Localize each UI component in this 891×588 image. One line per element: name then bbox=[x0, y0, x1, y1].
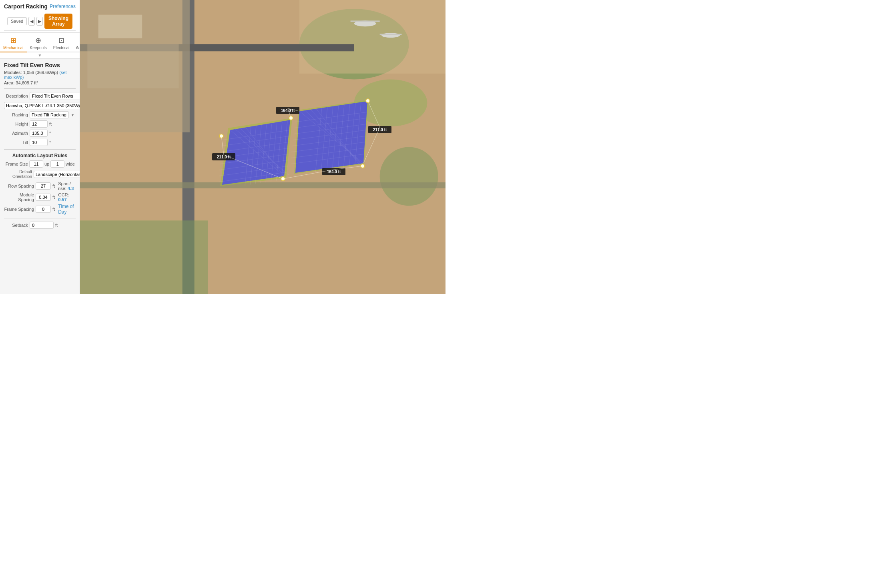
svg-rect-11 bbox=[80, 220, 208, 294]
span-rise-calc: Span / rise: 4.3 bbox=[58, 181, 76, 191]
tab-advanced[interactable]: ⊕ Advanced bbox=[72, 34, 80, 52]
tab-keepouts-label: Keepouts bbox=[30, 46, 47, 50]
sidebar: Carport Racking Preferences Saved ◀ ▶ Sh… bbox=[0, 0, 80, 294]
svg-rect-10 bbox=[80, 182, 446, 188]
auto-layout-title: Automatic Layout Rules bbox=[4, 153, 76, 158]
setback-row: Setback ft bbox=[4, 222, 76, 229]
tilt-unit: ° bbox=[49, 140, 51, 145]
module-spacing-label: Module Spacing bbox=[4, 192, 34, 202]
tilt-input[interactable] bbox=[30, 139, 48, 146]
gcr-calc: GCR: 0.57 bbox=[58, 192, 76, 202]
map-svg: 164.0 ft 211.0 ft 211.0 ft 164.0 ft bbox=[80, 0, 446, 294]
tilt-label: Tilt bbox=[4, 140, 28, 145]
svg-rect-57 bbox=[351, 20, 380, 22]
tab-electrical-label: Electrical bbox=[53, 46, 70, 50]
frame-spacing-unit: ft bbox=[52, 207, 55, 212]
racking-select-wrapper: Fixed Tilt Racking bbox=[30, 111, 76, 118]
frame-spacing-input[interactable] bbox=[36, 206, 51, 213]
description-label: Description bbox=[4, 94, 28, 98]
module-select[interactable]: Hanwha, Q.PEAK L-G4.1 350 (350W) bbox=[4, 102, 80, 109]
azimuth-label: Azimuth bbox=[4, 131, 28, 136]
svg-marker-14 bbox=[222, 120, 290, 185]
height-label: Height bbox=[4, 122, 28, 126]
orientation-select-wrapper: Landscape (Horizontal) bbox=[34, 171, 80, 178]
modules-meta: Modules: 1,056 (369.6kWp) (set max kWp) bbox=[4, 70, 76, 80]
orientation-row: Default Orientation Landscape (Horizonta… bbox=[4, 170, 76, 179]
frame-size-wide-input[interactable] bbox=[50, 160, 64, 168]
azimuth-unit: ° bbox=[49, 131, 51, 136]
module-spacing-row: Module Spacing ft GCR: 0.57 bbox=[4, 192, 76, 202]
description-input[interactable] bbox=[30, 92, 80, 100]
svg-point-3 bbox=[380, 147, 438, 206]
frame-size-up-unit: up bbox=[44, 162, 49, 166]
setback-label: Setback bbox=[4, 223, 28, 228]
frame-spacing-label: Frame Spacing bbox=[4, 207, 34, 212]
tab-mechanical[interactable]: ⊞ Mechanical bbox=[0, 34, 27, 52]
tab-electrical[interactable]: ⊡ Electrical bbox=[50, 34, 73, 52]
orientation-select[interactable]: Landscape (Horizontal) bbox=[34, 171, 80, 178]
preferences-link[interactable]: Preferences bbox=[50, 4, 76, 9]
module-spacing-unit: ft bbox=[52, 195, 55, 200]
saved-button[interactable]: Saved bbox=[7, 17, 27, 25]
frame-size-wide-unit: wide bbox=[66, 162, 75, 166]
tab-advanced-label: Advanced bbox=[76, 46, 80, 50]
frame-size-up-input[interactable] bbox=[29, 160, 43, 168]
next-button[interactable]: ▶ bbox=[36, 17, 43, 26]
aerial-background: 164.0 ft 211.0 ft 211.0 ft 164.0 ft bbox=[80, 0, 446, 294]
module-spacing-input[interactable] bbox=[36, 194, 51, 201]
tabs-row: ⊞ Mechanical ⊕ Keepouts ⊡ Electrical ⊕ A… bbox=[0, 33, 80, 52]
panel-title: Fixed Tilt Even Rows bbox=[4, 62, 76, 68]
keepouts-icon: ⊕ bbox=[35, 36, 41, 45]
label-164-bot-text: 164.0 ft bbox=[327, 170, 341, 174]
tab-mechanical-label: Mechanical bbox=[3, 46, 24, 50]
racking-row: Racking Fixed Tilt Racking bbox=[4, 111, 76, 118]
map-area[interactable]: 164.0 ft 211.0 ft 211.0 ft 164.0 ft bbox=[80, 0, 446, 294]
row-spacing-unit: ft bbox=[52, 184, 55, 188]
orientation-label: Default Orientation bbox=[4, 170, 32, 179]
frame-spacing-row: Frame Spacing ft Time of Day bbox=[4, 204, 76, 215]
module-select-wrapper: Hanwha, Q.PEAK L-G4.1 350 (350W) bbox=[4, 102, 80, 109]
row-spacing-row: Row Spacing ft Span / rise: 4.3 bbox=[4, 181, 76, 191]
svg-rect-8 bbox=[98, 15, 142, 38]
frame-size-label: Frame Size bbox=[4, 162, 28, 166]
prev-button[interactable]: ◀ bbox=[28, 17, 35, 26]
time-of-day-link[interactable]: Time of Day bbox=[58, 204, 76, 215]
area-meta: Area: 34,609.7 ft² bbox=[4, 80, 76, 85]
row-spacing-section: Row Spacing ft Span / rise: 4.3 Module S… bbox=[4, 181, 76, 215]
height-row: Height ft bbox=[4, 120, 76, 128]
racking-select[interactable]: Fixed Tilt Racking bbox=[30, 111, 69, 118]
setback-input[interactable] bbox=[30, 222, 54, 229]
svg-rect-9 bbox=[87, 44, 179, 88]
row-spacing-input[interactable] bbox=[36, 182, 51, 190]
height-input[interactable] bbox=[30, 120, 48, 128]
panel-content: Fixed Tilt Even Rows Modules: 1,056 (369… bbox=[0, 59, 80, 294]
chevron-row: ▼ bbox=[0, 52, 80, 59]
sidebar-header: Carport Racking Preferences Saved ◀ ▶ Sh… bbox=[0, 0, 80, 33]
label-211-right-text: 211.0 ft bbox=[373, 128, 387, 132]
frame-size-row: Frame Size up wide bbox=[4, 160, 76, 168]
svg-marker-35 bbox=[295, 101, 367, 173]
svg-rect-59 bbox=[380, 34, 402, 35]
module-row: Hanwha, Q.PEAK L-G4.1 350 (350W) bbox=[4, 102, 76, 109]
tab-keepouts[interactable]: ⊕ Keepouts bbox=[27, 34, 50, 52]
description-row: Description bbox=[4, 92, 76, 100]
mechanical-icon: ⊞ bbox=[10, 36, 16, 45]
height-unit: ft bbox=[49, 122, 52, 126]
azimuth-input[interactable] bbox=[30, 130, 48, 137]
tilt-row: Tilt ° bbox=[4, 139, 76, 146]
azimuth-row: Azimuth ° bbox=[4, 130, 76, 137]
electrical-icon: ⊡ bbox=[58, 36, 64, 45]
app-title: Carport Racking bbox=[4, 3, 48, 10]
showing-array-button[interactable]: Showing Array bbox=[44, 14, 72, 29]
nav-bar: Saved ◀ ▶ Showing Array bbox=[4, 12, 76, 31]
chevron-down-icon: ▼ bbox=[38, 53, 42, 58]
svg-rect-4 bbox=[299, 0, 446, 74]
setback-unit: ft bbox=[55, 223, 58, 228]
row-spacing-label: Row Spacing bbox=[4, 184, 34, 188]
svg-point-58 bbox=[381, 33, 400, 38]
racking-label: Racking bbox=[4, 112, 28, 117]
